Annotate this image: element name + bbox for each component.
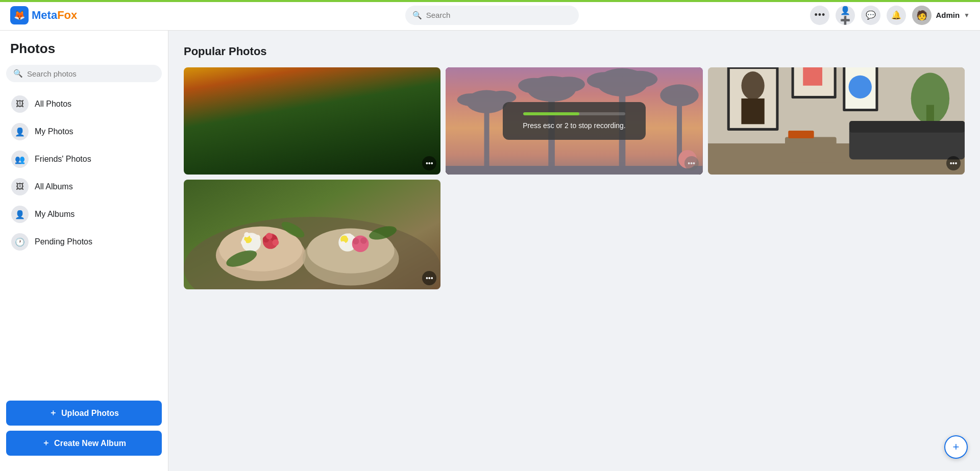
svg-rect-26 xyxy=(803,67,822,86)
sidebar-item-friends-photos[interactable]: 👥 Friends' Photos xyxy=(6,145,162,173)
photos-grid: ••• xyxy=(184,67,965,289)
sidebar-search-icon: 🔍 xyxy=(13,69,23,78)
sidebar-item-label: My Photos xyxy=(35,127,74,136)
recording-overlay: Press esc or 2 to stop recording. xyxy=(446,67,702,175)
global-search-box[interactable]: 🔍 xyxy=(405,6,579,25)
svg-rect-34 xyxy=(785,137,837,162)
photo-image-4 xyxy=(184,180,440,289)
svg-rect-23 xyxy=(741,98,764,124)
topnav-search-area: 🔍 xyxy=(174,6,810,25)
create-new-album-button[interactable]: ＋ Create New Album xyxy=(6,431,162,456)
chevron-down-icon: ▼ xyxy=(964,12,970,19)
fab-button[interactable]: + xyxy=(944,435,968,459)
my-albums-icon: 👤 xyxy=(11,206,29,223)
recording-popup: Press esc or 2 to stop recording. xyxy=(503,102,646,140)
logo-icon: 🦊 xyxy=(10,6,29,24)
fab-plus-icon: + xyxy=(953,440,960,454)
svg-point-22 xyxy=(741,71,764,100)
sidebar-item-label: All Albums xyxy=(35,182,73,191)
user-profile[interactable]: 🧑 Admin ▼ xyxy=(912,6,970,25)
sidebar-nav: 🖼 All Photos 👤 My Photos 👥 Friends' Phot… xyxy=(6,90,162,256)
upload-plus-icon: ＋ xyxy=(49,408,57,418)
avatar: 🧑 xyxy=(912,6,932,25)
page-title: Photos xyxy=(6,41,162,65)
svg-rect-35 xyxy=(788,131,814,138)
all-albums-icon: 🖼 xyxy=(11,178,29,195)
sidebar-item-all-photos[interactable]: 🖼 All Photos xyxy=(6,90,162,118)
messages-button[interactable]: 💬 xyxy=(861,6,880,25)
more-options-button[interactable]: ••• xyxy=(810,6,829,25)
svg-point-42 xyxy=(241,240,246,245)
recording-progress-bar xyxy=(523,112,579,115)
all-photos-icon: 🖼 xyxy=(11,95,29,113)
svg-point-45 xyxy=(255,235,260,240)
sidebar-search-box[interactable]: 🔍 xyxy=(6,65,162,82)
upload-photos-button[interactable]: ＋ Upload Photos xyxy=(6,401,162,426)
sidebar-item-label: All Photos xyxy=(35,100,71,109)
photo-card-4[interactable]: ••• xyxy=(184,180,440,289)
topnav: 🦊 MetaFox 🔍 ••• 👤➕ 💬 🔔 🧑 Admin ▼ xyxy=(0,0,980,31)
sidebar-item-label: Friends' Photos xyxy=(35,155,91,164)
user-name: Admin xyxy=(936,11,960,19)
sidebar-item-label: Pending Photos xyxy=(35,237,92,246)
sidebar-item-my-photos[interactable]: 👤 My Photos xyxy=(6,118,162,145)
svg-point-56 xyxy=(347,234,352,239)
sidebar-search-input[interactable] xyxy=(27,69,155,78)
svg-point-44 xyxy=(244,232,249,237)
topnav-actions: ••• 👤➕ 💬 🔔 🧑 Admin ▼ xyxy=(810,6,970,25)
photo-image-1 xyxy=(184,67,440,175)
svg-point-49 xyxy=(266,233,273,239)
section-title: Popular Photos xyxy=(184,45,965,58)
photo-card-2[interactable]: Press esc or 2 to stop recording. ••• xyxy=(446,67,702,175)
photo-image-3 xyxy=(708,67,965,175)
create-album-plus-icon: ＋ xyxy=(42,438,50,449)
my-photos-icon: 👤 xyxy=(11,123,29,140)
logo-text: MetaFox xyxy=(32,9,77,22)
svg-point-50 xyxy=(273,239,279,246)
svg-rect-33 xyxy=(849,121,965,133)
photo-more-options-3[interactable]: ••• xyxy=(946,156,961,170)
sidebar-item-my-albums[interactable]: 👤 My Albums xyxy=(6,201,162,228)
sidebar-item-all-albums[interactable]: 🖼 All Albums xyxy=(6,173,162,201)
recording-progress-bar-container xyxy=(523,112,625,115)
sidebar: Photos 🔍 🖼 All Photos 👤 My Photos 👥 Frie… xyxy=(0,31,168,471)
pending-photos-icon: 🕐 xyxy=(11,233,29,251)
add-friend-button[interactable]: 👤➕ xyxy=(836,6,855,25)
photo-card-3[interactable]: ••• xyxy=(708,67,965,175)
sidebar-item-label: My Albums xyxy=(35,210,75,219)
svg-point-31 xyxy=(911,73,949,125)
logo[interactable]: 🦊 MetaFox xyxy=(10,6,174,24)
notifications-button[interactable]: 🔔 xyxy=(887,6,906,25)
recording-text: Press esc or 2 to stop recording. xyxy=(523,121,626,130)
sidebar-item-pending-photos[interactable]: 🕐 Pending Photos xyxy=(6,228,162,256)
photo-card-1[interactable]: ••• xyxy=(184,67,440,175)
main-layout: Photos 🔍 🖼 All Photos 👤 My Photos 👥 Frie… xyxy=(0,31,980,471)
sidebar-spacer xyxy=(6,256,162,401)
global-search-input[interactable] xyxy=(426,11,572,19)
svg-point-29 xyxy=(848,76,871,98)
search-icon: 🔍 xyxy=(412,11,422,20)
friends-photos-icon: 👥 xyxy=(11,151,29,168)
svg-point-55 xyxy=(340,241,346,246)
svg-point-59 xyxy=(353,238,359,244)
svg-point-60 xyxy=(360,237,367,244)
svg-point-43 xyxy=(250,234,255,239)
main-content: Popular Photos ••• xyxy=(168,31,980,471)
